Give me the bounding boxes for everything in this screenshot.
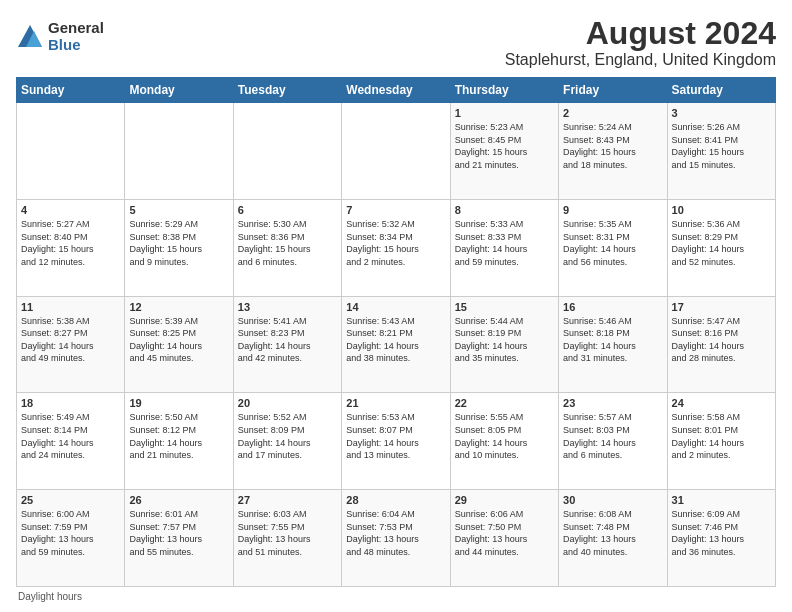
table-row: 22Sunrise: 5:55 AM Sunset: 8:05 PM Dayli… <box>450 393 558 490</box>
day-number: 6 <box>238 204 337 216</box>
day-number: 2 <box>563 107 662 119</box>
calendar-body: 1Sunrise: 5:23 AM Sunset: 8:45 PM Daylig… <box>17 103 776 587</box>
footer-note: Daylight hours <box>16 591 776 602</box>
day-number: 19 <box>129 397 228 409</box>
page: General Blue August 2024 Staplehurst, En… <box>0 0 792 612</box>
table-row: 21Sunrise: 5:53 AM Sunset: 8:07 PM Dayli… <box>342 393 450 490</box>
day-info: Sunrise: 5:44 AM Sunset: 8:19 PM Dayligh… <box>455 315 554 365</box>
table-row: 28Sunrise: 6:04 AM Sunset: 7:53 PM Dayli… <box>342 490 450 587</box>
table-row: 23Sunrise: 5:57 AM Sunset: 8:03 PM Dayli… <box>559 393 667 490</box>
day-info: Sunrise: 5:30 AM Sunset: 8:36 PM Dayligh… <box>238 218 337 268</box>
main-title: August 2024 <box>505 16 776 51</box>
table-row: 18Sunrise: 5:49 AM Sunset: 8:14 PM Dayli… <box>17 393 125 490</box>
day-number: 9 <box>563 204 662 216</box>
day-number: 16 <box>563 301 662 313</box>
day-number: 13 <box>238 301 337 313</box>
day-info: Sunrise: 5:55 AM Sunset: 8:05 PM Dayligh… <box>455 411 554 461</box>
header: General Blue August 2024 Staplehurst, En… <box>16 16 776 69</box>
day-number: 30 <box>563 494 662 506</box>
day-info: Sunrise: 5:24 AM Sunset: 8:43 PM Dayligh… <box>563 121 662 171</box>
day-info: Sunrise: 5:33 AM Sunset: 8:33 PM Dayligh… <box>455 218 554 268</box>
table-row: 12Sunrise: 5:39 AM Sunset: 8:25 PM Dayli… <box>125 296 233 393</box>
day-info: Sunrise: 5:26 AM Sunset: 8:41 PM Dayligh… <box>672 121 771 171</box>
day-info: Sunrise: 5:52 AM Sunset: 8:09 PM Dayligh… <box>238 411 337 461</box>
table-row: 8Sunrise: 5:33 AM Sunset: 8:33 PM Daylig… <box>450 199 558 296</box>
table-row: 11Sunrise: 5:38 AM Sunset: 8:27 PM Dayli… <box>17 296 125 393</box>
day-info: Sunrise: 5:35 AM Sunset: 8:31 PM Dayligh… <box>563 218 662 268</box>
day-number: 11 <box>21 301 120 313</box>
day-number: 10 <box>672 204 771 216</box>
day-number: 22 <box>455 397 554 409</box>
table-row: 10Sunrise: 5:36 AM Sunset: 8:29 PM Dayli… <box>667 199 775 296</box>
calendar-header: Sunday Monday Tuesday Wednesday Thursday… <box>17 78 776 103</box>
logo-blue: Blue <box>48 37 104 54</box>
table-row: 17Sunrise: 5:47 AM Sunset: 8:16 PM Dayli… <box>667 296 775 393</box>
day-number: 15 <box>455 301 554 313</box>
table-row: 19Sunrise: 5:50 AM Sunset: 8:12 PM Dayli… <box>125 393 233 490</box>
day-info: Sunrise: 5:32 AM Sunset: 8:34 PM Dayligh… <box>346 218 445 268</box>
table-row: 4Sunrise: 5:27 AM Sunset: 8:40 PM Daylig… <box>17 199 125 296</box>
day-info: Sunrise: 6:09 AM Sunset: 7:46 PM Dayligh… <box>672 508 771 558</box>
day-number: 4 <box>21 204 120 216</box>
table-row: 20Sunrise: 5:52 AM Sunset: 8:09 PM Dayli… <box>233 393 341 490</box>
day-info: Sunrise: 5:49 AM Sunset: 8:14 PM Dayligh… <box>21 411 120 461</box>
col-friday: Friday <box>559 78 667 103</box>
logo-general: General <box>48 20 104 37</box>
day-number: 14 <box>346 301 445 313</box>
subtitle: Staplehurst, England, United Kingdom <box>505 51 776 69</box>
day-number: 5 <box>129 204 228 216</box>
day-number: 3 <box>672 107 771 119</box>
day-number: 20 <box>238 397 337 409</box>
day-info: Sunrise: 6:03 AM Sunset: 7:55 PM Dayligh… <box>238 508 337 558</box>
day-number: 23 <box>563 397 662 409</box>
day-info: Sunrise: 6:04 AM Sunset: 7:53 PM Dayligh… <box>346 508 445 558</box>
day-info: Sunrise: 5:58 AM Sunset: 8:01 PM Dayligh… <box>672 411 771 461</box>
table-row: 2Sunrise: 5:24 AM Sunset: 8:43 PM Daylig… <box>559 103 667 200</box>
day-info: Sunrise: 5:50 AM Sunset: 8:12 PM Dayligh… <box>129 411 228 461</box>
day-info: Sunrise: 5:41 AM Sunset: 8:23 PM Dayligh… <box>238 315 337 365</box>
day-info: Sunrise: 6:08 AM Sunset: 7:48 PM Dayligh… <box>563 508 662 558</box>
day-info: Sunrise: 5:47 AM Sunset: 8:16 PM Dayligh… <box>672 315 771 365</box>
calendar: Sunday Monday Tuesday Wednesday Thursday… <box>16 77 776 587</box>
table-row <box>342 103 450 200</box>
day-number: 8 <box>455 204 554 216</box>
day-info: Sunrise: 5:53 AM Sunset: 8:07 PM Dayligh… <box>346 411 445 461</box>
table-row <box>125 103 233 200</box>
table-row: 26Sunrise: 6:01 AM Sunset: 7:57 PM Dayli… <box>125 490 233 587</box>
day-number: 12 <box>129 301 228 313</box>
day-info: Sunrise: 5:36 AM Sunset: 8:29 PM Dayligh… <box>672 218 771 268</box>
col-tuesday: Tuesday <box>233 78 341 103</box>
day-info: Sunrise: 6:06 AM Sunset: 7:50 PM Dayligh… <box>455 508 554 558</box>
col-monday: Monday <box>125 78 233 103</box>
day-number: 18 <box>21 397 120 409</box>
table-row: 29Sunrise: 6:06 AM Sunset: 7:50 PM Dayli… <box>450 490 558 587</box>
day-number: 27 <box>238 494 337 506</box>
title-block: August 2024 Staplehurst, England, United… <box>505 16 776 69</box>
day-number: 21 <box>346 397 445 409</box>
day-number: 28 <box>346 494 445 506</box>
day-info: Sunrise: 5:43 AM Sunset: 8:21 PM Dayligh… <box>346 315 445 365</box>
day-info: Sunrise: 5:39 AM Sunset: 8:25 PM Dayligh… <box>129 315 228 365</box>
day-number: 29 <box>455 494 554 506</box>
table-row: 6Sunrise: 5:30 AM Sunset: 8:36 PM Daylig… <box>233 199 341 296</box>
day-number: 25 <box>21 494 120 506</box>
col-sunday: Sunday <box>17 78 125 103</box>
table-row: 9Sunrise: 5:35 AM Sunset: 8:31 PM Daylig… <box>559 199 667 296</box>
table-row: 31Sunrise: 6:09 AM Sunset: 7:46 PM Dayli… <box>667 490 775 587</box>
col-saturday: Saturday <box>667 78 775 103</box>
col-thursday: Thursday <box>450 78 558 103</box>
calendar-table: Sunday Monday Tuesday Wednesday Thursday… <box>16 77 776 587</box>
day-info: Sunrise: 5:23 AM Sunset: 8:45 PM Dayligh… <box>455 121 554 171</box>
table-row: 24Sunrise: 5:58 AM Sunset: 8:01 PM Dayli… <box>667 393 775 490</box>
table-row: 7Sunrise: 5:32 AM Sunset: 8:34 PM Daylig… <box>342 199 450 296</box>
day-number: 17 <box>672 301 771 313</box>
table-row: 3Sunrise: 5:26 AM Sunset: 8:41 PM Daylig… <box>667 103 775 200</box>
logo: General Blue <box>16 20 104 53</box>
col-wednesday: Wednesday <box>342 78 450 103</box>
day-number: 1 <box>455 107 554 119</box>
table-row: 16Sunrise: 5:46 AM Sunset: 8:18 PM Dayli… <box>559 296 667 393</box>
table-row: 5Sunrise: 5:29 AM Sunset: 8:38 PM Daylig… <box>125 199 233 296</box>
day-info: Sunrise: 6:00 AM Sunset: 7:59 PM Dayligh… <box>21 508 120 558</box>
day-info: Sunrise: 5:38 AM Sunset: 8:27 PM Dayligh… <box>21 315 120 365</box>
logo-text: General Blue <box>48 20 104 53</box>
